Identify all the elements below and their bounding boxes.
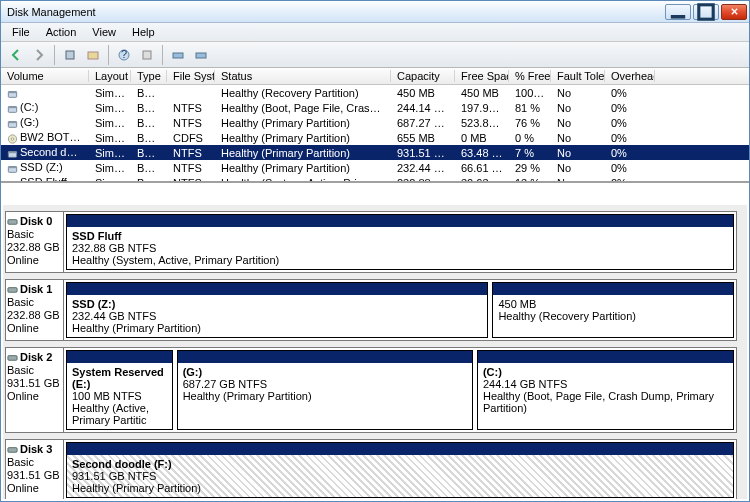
column-headers: Volume Layout Type File System Status Ca… bbox=[1, 68, 749, 85]
minimize-button[interactable] bbox=[665, 4, 691, 20]
partition[interactable]: 450 MB Healthy (Recovery Partition) bbox=[492, 282, 734, 338]
partition-size: 232.44 GB NTFS bbox=[72, 310, 482, 322]
disk-label[interactable]: Disk 0 Basic 232.88 GB Online bbox=[6, 212, 64, 272]
volume-name: (C:) bbox=[20, 101, 38, 113]
partition-size: 450 MB bbox=[498, 298, 728, 310]
partition-header bbox=[478, 351, 733, 363]
menu-view[interactable]: View bbox=[85, 24, 123, 40]
partition-header bbox=[67, 351, 172, 363]
help-icon[interactable]: ? bbox=[113, 44, 135, 66]
volume-name: Second dood... bbox=[20, 146, 89, 158]
partition-status: Healthy (Primary Partition) bbox=[72, 322, 482, 334]
svg-rect-22 bbox=[8, 166, 16, 168]
disk-row: Disk 2 Basic 931.51 GB Online System Res… bbox=[5, 347, 737, 433]
back-button[interactable] bbox=[5, 44, 27, 66]
volume-row[interactable]: SimpleBasicHealthy (Recovery Partition)4… bbox=[1, 85, 749, 100]
partition-status: Healthy (Boot, Page File, Crash Dump, Pr… bbox=[483, 390, 728, 414]
forward-button[interactable] bbox=[28, 44, 50, 66]
volume-row[interactable]: SSD FluffSimpleBasicNTFSHealthy (System,… bbox=[1, 175, 749, 183]
col-oh[interactable]: Overhead bbox=[605, 70, 655, 82]
svg-rect-14 bbox=[8, 106, 16, 108]
menu-help[interactable]: Help bbox=[125, 24, 162, 40]
partition[interactable]: SSD (Z:) 232.44 GB NTFS Healthy (Primary… bbox=[66, 282, 488, 338]
volume-row[interactable]: (G:)SimpleBasicNTFSHealthy (Primary Part… bbox=[1, 115, 749, 130]
svg-rect-9 bbox=[173, 53, 183, 58]
partition-title: Second doodle (F:) bbox=[72, 458, 728, 470]
partition-status: Healthy (Active, Primary Partitic bbox=[72, 402, 167, 426]
svg-rect-16 bbox=[8, 121, 16, 123]
properties-button[interactable] bbox=[82, 44, 104, 66]
settings-icon[interactable] bbox=[136, 44, 158, 66]
partition-header bbox=[178, 351, 472, 363]
toolbar: ? bbox=[1, 42, 749, 68]
partition[interactable]: System Reserved (E:) 100 MB NTFS Healthy… bbox=[66, 350, 173, 430]
svg-rect-4 bbox=[66, 51, 74, 59]
svg-rect-23 bbox=[8, 181, 16, 183]
partition[interactable]: (C:) 244.14 GB NTFS Healthy (Boot, Page … bbox=[477, 350, 734, 430]
partition-title: (C:) bbox=[483, 366, 728, 378]
close-button[interactable] bbox=[721, 4, 747, 20]
partition-header bbox=[67, 443, 733, 455]
volume-name: BW2 BOTG (H:) bbox=[20, 131, 89, 143]
svg-rect-28 bbox=[8, 287, 17, 292]
menu-file[interactable]: File bbox=[5, 24, 37, 40]
col-volume[interactable]: Volume bbox=[1, 70, 89, 82]
svg-point-18 bbox=[11, 137, 14, 140]
maximize-button[interactable] bbox=[693, 4, 719, 20]
svg-rect-20 bbox=[8, 151, 16, 153]
partition-title: SSD Fluff bbox=[72, 230, 728, 242]
action-icon-1[interactable] bbox=[167, 44, 189, 66]
disk-label[interactable]: Disk 2 Basic 931.51 GB Online bbox=[6, 348, 64, 432]
partition-status: Healthy (Primary Partition) bbox=[183, 390, 467, 402]
volume-list: Volume Layout Type File System Status Ca… bbox=[1, 68, 749, 183]
volume-row[interactable]: SSD (Z:)SimpleBasicNTFSHealthy (Primary … bbox=[1, 160, 749, 175]
col-pct[interactable]: % Free bbox=[509, 70, 551, 82]
partition-size: 931.51 GB NTFS bbox=[72, 470, 728, 482]
volume-row[interactable]: BW2 BOTG (H:)SimpleBasicCDFSHealthy (Pri… bbox=[1, 130, 749, 145]
svg-rect-1 bbox=[699, 4, 713, 18]
partition-status: Healthy (System, Active, Primary Partiti… bbox=[72, 254, 728, 266]
col-free[interactable]: Free Space bbox=[455, 70, 509, 82]
menu-action[interactable]: Action bbox=[39, 24, 84, 40]
partition-title: System Reserved (E:) bbox=[72, 366, 167, 390]
partition-title: (G:) bbox=[183, 366, 467, 378]
volume-row[interactable]: (C:)SimpleBasicNTFSHealthy (Boot, Page F… bbox=[1, 100, 749, 115]
col-layout[interactable]: Layout bbox=[89, 70, 131, 82]
disk-row: Disk 1 Basic 232.88 GB Online SSD (Z:) 2… bbox=[5, 279, 737, 341]
partition-size: 100 MB NTFS bbox=[72, 390, 167, 402]
partition[interactable]: Second doodle (F:) 931.51 GB NTFS Health… bbox=[66, 442, 734, 498]
svg-rect-24 bbox=[8, 181, 16, 183]
titlebar: Disk Management bbox=[1, 1, 749, 23]
partition-size: 244.14 GB NTFS bbox=[483, 378, 728, 390]
col-capacity[interactable]: Capacity bbox=[391, 70, 455, 82]
col-status[interactable]: Status bbox=[215, 70, 391, 82]
disk-label[interactable]: Disk 3 Basic 931.51 GB Online bbox=[6, 440, 64, 499]
refresh-button[interactable] bbox=[59, 44, 81, 66]
col-type[interactable]: Type bbox=[131, 70, 167, 82]
svg-rect-29 bbox=[8, 355, 17, 360]
partition[interactable]: (G:) 687.27 GB NTFS Healthy (Primary Par… bbox=[177, 350, 473, 430]
disk-row: Disk 3 Basic 931.51 GB Online Second doo… bbox=[5, 439, 737, 499]
volume-row[interactable]: Second dood...SimpleBasicNTFSHealthy (Pr… bbox=[1, 145, 749, 160]
partition-title: SSD (Z:) bbox=[72, 298, 482, 310]
col-ft[interactable]: Fault Tolerance bbox=[551, 70, 605, 82]
volume-name: SSD (Z:) bbox=[20, 161, 63, 173]
disk-graphical-view: Disk 0 Basic 232.88 GB Online SSD Fluff … bbox=[3, 205, 747, 499]
partition-size: 687.27 GB NTFS bbox=[183, 378, 467, 390]
disk-row: Disk 0 Basic 232.88 GB Online SSD Fluff … bbox=[5, 211, 737, 273]
col-fs[interactable]: File System bbox=[167, 70, 215, 82]
volume-name: SSD Fluff bbox=[20, 176, 67, 183]
svg-rect-8 bbox=[143, 51, 151, 59]
partition-header bbox=[493, 283, 733, 295]
svg-rect-27 bbox=[8, 219, 17, 224]
partition-header bbox=[67, 215, 733, 227]
svg-rect-5 bbox=[88, 52, 98, 59]
disk-label[interactable]: Disk 1 Basic 232.88 GB Online bbox=[6, 280, 64, 340]
svg-rect-30 bbox=[8, 447, 17, 452]
svg-text:?: ? bbox=[121, 48, 127, 60]
action-icon-2[interactable] bbox=[190, 44, 212, 66]
partition-status: Healthy (Recovery Partition) bbox=[498, 310, 728, 322]
partition[interactable]: SSD Fluff 232.88 GB NTFS Healthy (System… bbox=[66, 214, 734, 270]
svg-rect-12 bbox=[8, 91, 16, 93]
partition-status: Healthy (Primary Partition) bbox=[72, 482, 728, 494]
